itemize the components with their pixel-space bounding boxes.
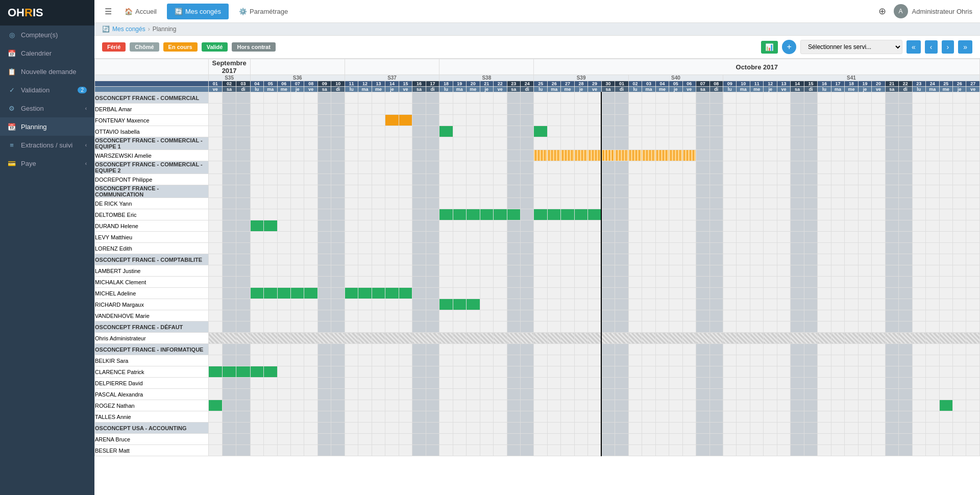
day-cell[interactable] <box>507 104 520 115</box>
day-cell[interactable] <box>709 254 723 265</box>
day-cell[interactable] <box>385 434 399 445</box>
day-cell[interactable] <box>872 115 885 126</box>
day-cell[interactable] <box>858 411 871 423</box>
day-cell[interactable] <box>277 445 290 456</box>
day-cell[interactable] <box>331 185 345 198</box>
day-cell[interactable] <box>899 355 912 366</box>
day-cell[interactable] <box>494 161 507 174</box>
day-cell[interactable] <box>885 115 898 126</box>
day-cell[interactable] <box>345 265 358 277</box>
day-cell[interactable] <box>885 243 898 254</box>
day-cell[interactable] <box>264 161 277 174</box>
day-cell[interactable] <box>939 104 952 115</box>
day-cell[interactable] <box>939 232 952 243</box>
day-cell[interactable] <box>547 321 560 333</box>
day-cell[interactable] <box>236 220 250 232</box>
day-cell[interactable] <box>588 411 601 423</box>
day-cell[interactable] <box>385 174 399 185</box>
day-cell[interactable] <box>385 115 399 126</box>
day-cell[interactable] <box>467 220 480 232</box>
day-cell[interactable] <box>331 254 345 265</box>
day-cell[interactable] <box>534 310 547 321</box>
day-cell[interactable] <box>372 310 385 321</box>
day-cell[interactable] <box>467 310 480 321</box>
day-cell[interactable] <box>628 150 642 161</box>
day-cell[interactable] <box>412 366 426 378</box>
day-cell[interactable] <box>696 333 709 344</box>
day-cell[interactable] <box>926 434 939 445</box>
day-cell[interactable] <box>615 378 628 389</box>
day-cell[interactable] <box>858 209 871 220</box>
day-cell[interactable] <box>372 220 385 232</box>
day-cell[interactable] <box>696 389 709 400</box>
day-cell[interactable] <box>264 378 277 389</box>
day-cell[interactable] <box>709 198 723 209</box>
day-cell[interactable] <box>561 344 574 355</box>
day-cell[interactable] <box>561 232 574 243</box>
day-cell[interactable] <box>669 378 682 389</box>
day-cell[interactable] <box>291 174 304 185</box>
day-cell[interactable] <box>439 232 453 243</box>
day-cell[interactable] <box>304 355 317 366</box>
day-cell[interactable] <box>642 115 655 126</box>
day-cell[interactable] <box>655 423 669 434</box>
day-cell[interactable] <box>615 92 628 104</box>
day-cell[interactable] <box>615 161 628 174</box>
day-cell[interactable] <box>467 243 480 254</box>
day-cell[interactable] <box>615 366 628 378</box>
day-cell[interactable] <box>628 174 642 185</box>
day-cell[interactable] <box>547 389 560 400</box>
day-cell[interactable] <box>372 411 385 423</box>
day-cell[interactable] <box>453 344 466 355</box>
day-cell[interactable] <box>208 265 222 277</box>
day-cell[interactable] <box>547 299 560 310</box>
day-cell[interactable] <box>723 232 737 243</box>
day-cell[interactable] <box>222 423 236 434</box>
day-cell[interactable] <box>358 344 372 355</box>
day-cell[interactable] <box>467 174 480 185</box>
day-cell[interactable] <box>737 137 750 150</box>
day-cell[interactable] <box>264 355 277 366</box>
day-cell[interactable] <box>236 198 250 209</box>
help-icon[interactable]: ⊕ <box>878 6 886 17</box>
day-cell[interactable] <box>709 243 723 254</box>
day-cell[interactable] <box>858 366 871 378</box>
day-cell[interactable] <box>669 333 682 344</box>
day-cell[interactable] <box>507 126 520 137</box>
day-cell[interactable] <box>494 299 507 310</box>
day-cell[interactable] <box>534 445 547 456</box>
day-cell[interactable] <box>764 389 777 400</box>
day-cell[interactable] <box>439 137 453 150</box>
day-cell[interactable] <box>453 445 466 456</box>
day-cell[interactable] <box>709 321 723 333</box>
day-cell[interactable] <box>872 185 885 198</box>
day-cell[interactable] <box>682 232 696 243</box>
day-cell[interactable] <box>547 220 560 232</box>
day-cell[interactable] <box>317 321 331 333</box>
day-cell[interactable] <box>831 445 844 456</box>
export-excel-button[interactable]: 📊 <box>761 41 778 54</box>
day-cell[interactable] <box>372 423 385 434</box>
day-cell[interactable] <box>372 254 385 265</box>
day-cell[interactable] <box>236 411 250 423</box>
day-cell[interactable] <box>291 299 304 310</box>
day-cell[interactable] <box>682 161 696 174</box>
day-cell[interactable] <box>777 161 790 174</box>
day-cell[interactable] <box>480 344 493 355</box>
day-cell[interactable] <box>291 333 304 344</box>
day-cell[interactable] <box>372 389 385 400</box>
day-cell[interactable] <box>345 115 358 126</box>
day-cell[interactable] <box>669 161 682 174</box>
day-cell[interactable] <box>804 277 817 288</box>
day-cell[interactable] <box>331 333 345 344</box>
day-cell[interactable] <box>939 310 952 321</box>
day-cell[interactable] <box>507 137 520 150</box>
day-cell[interactable] <box>480 137 493 150</box>
day-cell[interactable] <box>845 137 858 150</box>
day-cell[interactable] <box>304 161 317 174</box>
day-cell[interactable] <box>331 174 345 185</box>
day-cell[interactable] <box>858 434 871 445</box>
day-cell[interactable] <box>208 243 222 254</box>
day-cell[interactable] <box>426 243 439 254</box>
day-cell[interactable] <box>655 220 669 232</box>
